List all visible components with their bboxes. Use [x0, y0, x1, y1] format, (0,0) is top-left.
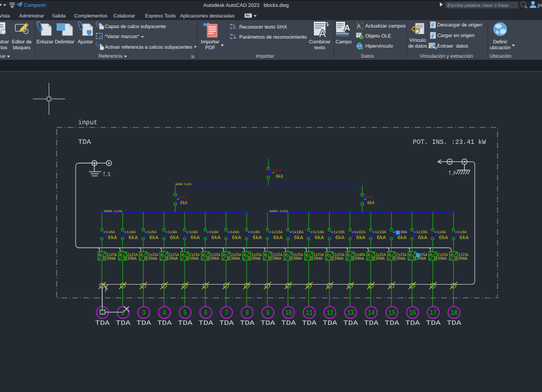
svg-text:BARRA 3x25A: BARRA 3x25A	[176, 183, 192, 186]
svg-text:8: 8	[246, 309, 249, 317]
svg-text:30mA: 30mA	[272, 256, 282, 261]
svg-text:TDA: TDA	[364, 320, 379, 327]
svg-text:D: D	[413, 256, 415, 261]
svg-text:6kA: 6kA	[108, 235, 117, 241]
svg-text:XXXX: XXXX	[365, 196, 374, 200]
svg-text:6kA: 6kA	[129, 235, 138, 241]
svg-text:13: 13	[347, 309, 354, 317]
svg-text:T.P: T.P	[449, 170, 456, 177]
svg-text:TDA: TDA	[260, 320, 275, 327]
svg-text:1x10A: 1x10A	[333, 230, 345, 235]
svg-text:6kA: 6kA	[398, 235, 406, 241]
svg-text:6kA: 6kA	[356, 235, 365, 241]
svg-text:P: P	[161, 253, 164, 258]
svg-text:1x6A: 1x6A	[209, 230, 218, 235]
svg-text:P: P	[243, 253, 246, 258]
svg-text:6kA: 6kA	[276, 174, 283, 179]
svg-text:XXXX: XXXX	[178, 196, 187, 200]
svg-text:P: P	[140, 253, 143, 258]
svg-text:D: D	[103, 256, 105, 261]
svg-text:D: D	[454, 256, 457, 261]
svg-text:1x16A: 1x16A	[272, 230, 283, 235]
svg-text:30mA: 30mA	[458, 256, 468, 261]
svg-text:6kA: 6kA	[180, 200, 188, 206]
svg-text:6kA: 6kA	[149, 235, 158, 241]
svg-text:16: 16	[409, 309, 416, 317]
svg-text:TDA: TDA	[323, 320, 338, 327]
svg-text:6kA: 6kA	[439, 235, 448, 241]
svg-text:30mA: 30mA	[375, 256, 385, 261]
svg-text:1x32A: 1x32A	[354, 230, 366, 235]
svg-text:D: D	[144, 256, 147, 261]
svg-text:P: P	[264, 253, 267, 258]
svg-text:TDA: TDA	[198, 320, 213, 327]
svg-text:6kA: 6kA	[459, 235, 468, 241]
svg-text:1x6A: 1x6A	[230, 230, 239, 235]
svg-text:BARRA 3x25A: BARRA 3x25A	[104, 209, 123, 213]
svg-text:TDA: TDA	[385, 320, 400, 327]
svg-text:TDA: TDA	[116, 320, 131, 327]
svg-text:6kA: 6kA	[294, 235, 303, 241]
svg-text:TDA: TDA	[137, 320, 151, 327]
svg-text:4: 4	[163, 309, 166, 317]
svg-text:TDA: TDA	[302, 320, 317, 327]
svg-text:1x6A: 1x6A	[127, 230, 136, 235]
svg-text:PDF: PDF	[231, 34, 236, 37]
svg-text:12: 12	[327, 309, 333, 317]
svg-text:6kA: 6kA	[336, 235, 345, 241]
svg-text:D: D	[248, 256, 250, 261]
svg-text:5: 5	[184, 309, 187, 317]
svg-text:14: 14	[368, 309, 375, 317]
svg-text:30mA: 30mA	[189, 256, 199, 261]
svg-text:P: P	[409, 253, 412, 258]
svg-text:A: A	[319, 29, 326, 38]
svg-text:1x6A: 1x6A	[168, 230, 177, 235]
svg-text:1x6A: 1x6A	[188, 230, 197, 235]
svg-text:1x6A: 1x6A	[106, 230, 115, 235]
svg-text:18: 18	[450, 309, 457, 317]
svg-text:30mA: 30mA	[128, 256, 137, 261]
svg-text:30mA: 30mA	[438, 256, 447, 261]
svg-text:P: P	[326, 253, 329, 258]
svg-text:1x6A: 1x6A	[147, 230, 156, 235]
svg-text:P: P	[223, 253, 225, 258]
svg-text:D: D	[310, 256, 312, 261]
svg-text:TDA: TDA	[447, 320, 462, 327]
svg-text:P: P	[389, 253, 391, 258]
svg-text:P: P	[368, 253, 371, 258]
svg-text:D: D	[268, 256, 271, 261]
svg-text:D: D	[433, 256, 436, 261]
svg-text:TDA: TDA	[240, 320, 255, 327]
svg-text:D: D	[351, 256, 354, 261]
svg-text:TDA: TDA	[281, 320, 296, 327]
svg-text:30mA: 30mA	[107, 256, 116, 261]
svg-text:BARRA 3x25A: BARRA 3x25A	[269, 209, 288, 213]
svg-text:30mA: 30mA	[169, 256, 178, 261]
svg-text:6kA: 6kA	[273, 235, 282, 241]
svg-text:P: P	[450, 253, 453, 258]
svg-text:6kA: 6kA	[418, 235, 427, 241]
svg-text:P: P	[182, 253, 184, 258]
svg-text:11: 11	[306, 309, 313, 317]
svg-text:6kA: 6kA	[377, 235, 386, 241]
svg-text:PDF: PDF	[231, 24, 236, 26]
svg-text:15: 15	[389, 309, 395, 317]
svg-text:30mA: 30mA	[355, 256, 364, 261]
svg-text:D: D	[227, 256, 230, 261]
svg-text:TDA: TDA	[95, 320, 110, 327]
svg-text:30mA: 30mA	[313, 256, 323, 261]
svg-text:30mA: 30mA	[396, 256, 405, 261]
svg-text:17: 17	[430, 309, 437, 317]
svg-text:TDA: TDA	[157, 320, 172, 327]
svg-text:1x6A: 1x6A	[457, 230, 466, 235]
svg-text:TDA: TDA	[405, 320, 420, 327]
svg-text:30mA: 30mA	[210, 256, 220, 261]
svg-text:POT. INS. :23.41 kW: POT. INS. :23.41 kW	[413, 139, 486, 146]
svg-text:30mA: 30mA	[417, 256, 427, 261]
svg-text:6kA: 6kA	[252, 235, 261, 241]
svg-text:D: D	[123, 256, 126, 261]
svg-text:D: D	[206, 256, 209, 261]
svg-text:30mA: 30mA	[334, 256, 344, 261]
svg-text:P: P	[202, 253, 205, 258]
svg-text:30mA: 30mA	[251, 256, 261, 261]
